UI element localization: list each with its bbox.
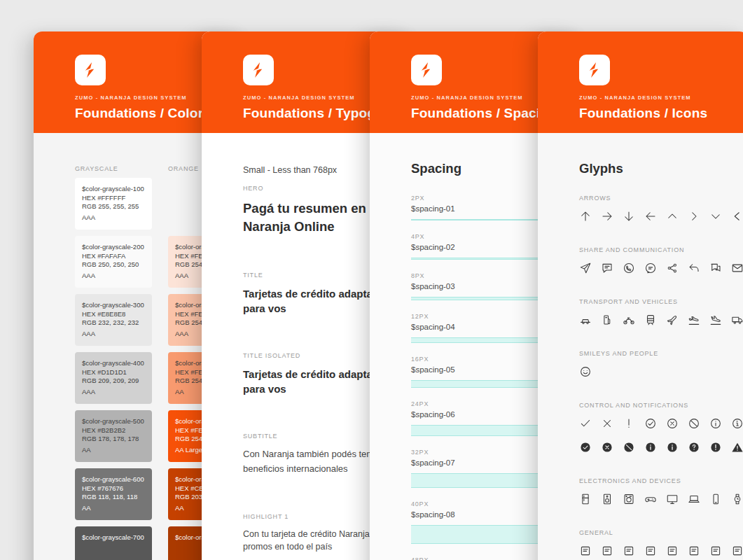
swatch-rgb-value: RGB 178, 178, 178 [82, 435, 145, 444]
swatch-hex-value: HEX #767676 [82, 484, 145, 493]
lightning-bolt-icon [417, 60, 436, 80]
speaker-icon [601, 493, 613, 505]
artboard-header: ZUMO - NARANJA DESIGN SYSTEM Foundations… [538, 31, 743, 133]
zumo-logo [579, 55, 610, 85]
type-sample-hero: Pagá tu resumen en Naranja Online [243, 200, 387, 235]
color-swatch: $color-grayscale-100HEX #FFFFFFRGB 255, … [75, 178, 152, 230]
tv-icon [666, 493, 679, 505]
swatch-hex-value: HEX #D1D1D1 [82, 368, 145, 377]
swatch-rgb-value: RGB 255, 255, 255 [82, 202, 145, 211]
general-4-icon [644, 545, 657, 557]
phone-circle-icon [623, 262, 635, 274]
swatch-token-name: $color-grayscale-300 [82, 301, 145, 310]
glyph-category-label: ARROWS [579, 195, 743, 202]
color-swatch: $color-grayscale-200HEX #FAFAFARGB 250, … [75, 236, 152, 288]
spacing-bar [411, 425, 540, 436]
swatch-hex-value: HEX #E8E8E8 [82, 310, 145, 319]
general-6-icon [688, 545, 700, 557]
glyph-category-label: TRANSPORT AND VEHICLES [579, 298, 743, 305]
plane-icon [666, 314, 679, 326]
design-system-canvas: ZUMO - NARANJA DESIGN SYSTEM Foundations… [0, 0, 743, 560]
close-circle-filled-icon [601, 441, 613, 454]
general-3-icon [623, 545, 635, 557]
reply-icon [688, 262, 700, 274]
glyph-row [579, 493, 743, 505]
general-2-icon [601, 545, 613, 557]
chevron-down-icon [709, 210, 722, 223]
color-swatch: $color-grayscale-700 [75, 526, 152, 560]
ban-filled-icon [623, 441, 635, 454]
page-title: Foundations / Icons [579, 106, 743, 121]
glyph-section-arrows: ARROWS [579, 195, 743, 223]
glyph-category-label: SHARE AND COMMUNICATION [579, 246, 743, 253]
glyph-row [579, 210, 743, 223]
general-7-icon [709, 545, 722, 557]
exclamation-icon [623, 417, 635, 430]
zumo-logo [243, 55, 274, 85]
swatch-contrast-rating: AAA [82, 388, 145, 397]
chevron-right-icon [688, 210, 700, 223]
warning-filled-icon [731, 441, 743, 454]
zumo-logo [75, 55, 106, 85]
glyph-section-transport-and-vehicles: TRANSPORT AND VEHICLES [579, 298, 743, 326]
general-8-icon [731, 545, 743, 557]
artboard-foundations-icons: ZUMO - NARANJA DESIGN SYSTEM Foundations… [538, 31, 743, 560]
car-icon [579, 314, 592, 326]
comments-icon [709, 262, 722, 274]
brand-label: ZUMO - NARANJA DESIGN SYSTEM [579, 94, 743, 101]
glyph-row [579, 314, 743, 326]
glyph-section-general: GENERAL [579, 529, 743, 557]
arrow-right-icon [601, 210, 613, 223]
swatch-rgb-value: RGB 209, 209, 209 [82, 377, 145, 386]
arrow-down-icon [623, 210, 635, 223]
train-icon [644, 314, 657, 326]
spacing-bar [411, 297, 540, 300]
truck-icon [731, 314, 743, 326]
glyph-section-control-and-notifications: CONTROL AND NOTIFICATIONS [579, 402, 743, 454]
spacing-bar [411, 525, 540, 544]
swatch-contrast-rating: AAA [82, 214, 145, 223]
swatch-token-name: $color-grayscale-100 [82, 185, 145, 194]
glyph-section-smileys-and-people: SMILEYS AND PEOPLE [579, 350, 743, 378]
glyph-row [579, 417, 743, 430]
fridge-icon [579, 493, 592, 505]
info-circle-filled-alt-icon [666, 441, 679, 454]
smiley-icon [579, 365, 592, 378]
swatch-contrast-rating: AAA [82, 330, 145, 339]
ban-icon [688, 417, 700, 430]
info-circle-filled-icon [644, 441, 657, 454]
envelope-icon [731, 262, 743, 274]
swatch-contrast-rating: AAA [82, 272, 145, 281]
lightning-bolt-icon [585, 60, 604, 80]
glyph-category-label: GENERAL [579, 529, 743, 536]
close-icon [601, 417, 613, 430]
glyph-category-label: SMILEYS AND PEOPLE [579, 350, 743, 357]
swatch-token-name: $color-grayscale-500 [82, 417, 145, 426]
chat-circle-icon [644, 262, 657, 274]
exclamation-circle-filled-icon [709, 441, 722, 454]
spacing-bar [411, 473, 540, 488]
color-swatch: $color-grayscale-400HEX #D1D1D1RGB 209, … [75, 352, 152, 404]
glyph-row [579, 365, 743, 378]
swatch-token-name: $color-grayscale-600 [82, 475, 145, 484]
check-icon [579, 417, 592, 430]
glyph-row [579, 262, 743, 274]
glyph-section-share-and-communication: SHARE AND COMMUNICATION [579, 246, 743, 274]
color-column-grayscale: GRAYSCALE$color-grayscale-100HEX #FFFFFF… [75, 165, 152, 560]
comment-icon [601, 262, 613, 274]
section-heading: Glyphs [579, 161, 743, 176]
swatch-hex-value: HEX #FFFFFF [82, 194, 145, 203]
spacing-bar [411, 337, 540, 343]
lightning-bolt-icon [81, 60, 100, 80]
share-icon [666, 262, 679, 274]
fuel-pump-icon [601, 314, 613, 326]
icons-body: Glyphs ARROWSSHARE AND COMMUNICATIONTRAN… [538, 133, 743, 557]
plane-takeoff-icon [688, 314, 700, 326]
close-circle-icon [666, 417, 679, 430]
column-label: GRAYSCALE [75, 165, 152, 172]
motorcycle-icon [623, 314, 635, 326]
swatch-token-name: $color-grayscale-400 [82, 359, 145, 368]
spacing-bar [411, 380, 540, 388]
swatch-contrast-rating: AA [82, 446, 145, 455]
glyph-category-label: ELECTRONICS AND DEVICES [579, 477, 743, 484]
